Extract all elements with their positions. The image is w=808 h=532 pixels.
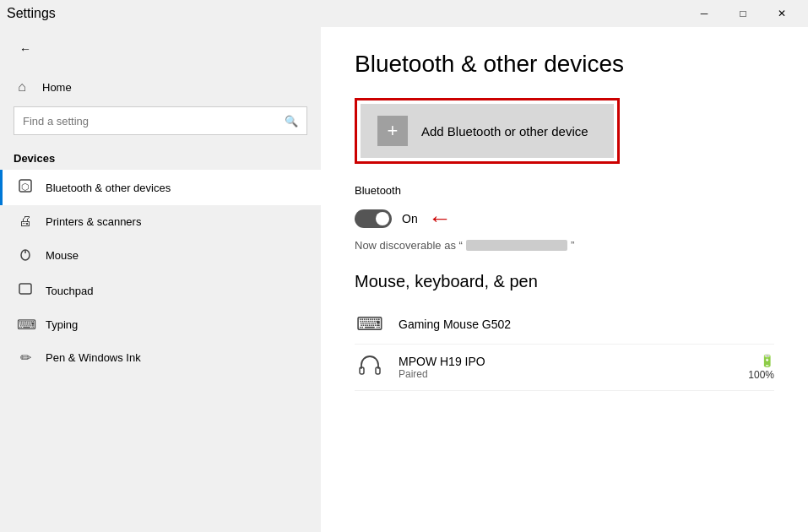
device-name-gaming-mouse: Gaming Mouse G502 bbox=[399, 318, 774, 331]
battery-percentage: 100% bbox=[748, 369, 774, 381]
home-icon bbox=[14, 79, 30, 95]
battery-icon: 🔋 bbox=[760, 354, 774, 367]
sidebar-typing-label: Typing bbox=[46, 318, 78, 331]
sidebar-pen-label: Pen & Windows Ink bbox=[46, 351, 141, 364]
add-device-label: Add Bluetooth or other device bbox=[421, 124, 588, 138]
pen-icon: ✏ bbox=[17, 350, 34, 366]
device-item-gaming-mouse[interactable]: ⌨ Gaming Mouse G502 bbox=[355, 305, 774, 345]
page-title: Bluetooth & other devices bbox=[355, 51, 774, 78]
device-item-mpow[interactable]: MPOW H19 IPO Paired 🔋 100% bbox=[355, 345, 774, 391]
mouse-keyboard-section-heading: Mouse, keyboard, & pen bbox=[355, 272, 774, 291]
titlebar: Settings ─ □ ✕ bbox=[0, 0, 808, 27]
sidebar-nav-top: ← bbox=[0, 27, 321, 71]
discoverable-suffix: ” bbox=[571, 239, 574, 252]
back-button[interactable]: ← bbox=[14, 37, 37, 61]
svg-rect-4 bbox=[19, 284, 31, 294]
close-button[interactable]: ✕ bbox=[762, 0, 801, 27]
discoverable-text: Now discoverable as “ ” bbox=[355, 239, 774, 252]
sidebar-mouse-label: Mouse bbox=[46, 249, 79, 262]
search-input[interactable] bbox=[23, 115, 278, 128]
sidebar-item-mouse[interactable]: Mouse bbox=[0, 237, 321, 273]
search-icon: 🔍 bbox=[285, 115, 298, 128]
sidebar: ← Home 🔍 Devices ⬡ Bluetooth & other dev… bbox=[0, 27, 321, 532]
svg-text:⬡: ⬡ bbox=[21, 182, 30, 192]
device-info-mpow: MPOW H19 IPO Paired bbox=[399, 355, 735, 380]
typing-icon: ⌨ bbox=[17, 317, 34, 333]
bluetooth-section-title: Bluetooth bbox=[355, 184, 774, 197]
arrow-annotation: ← bbox=[428, 205, 452, 232]
device-info-gaming-mouse: Gaming Mouse G502 bbox=[399, 318, 774, 331]
mouse-icon bbox=[17, 246, 34, 264]
add-device-highlight: + Add Bluetooth or other device bbox=[355, 98, 620, 164]
sidebar-item-touchpad[interactable]: Touchpad bbox=[0, 273, 321, 308]
bluetooth-icon: ⬡ bbox=[17, 178, 34, 197]
back-icon: ← bbox=[19, 42, 31, 56]
content-area: Bluetooth & other devices + Add Bluetoot… bbox=[321, 27, 808, 532]
sidebar-section-label: Devices bbox=[0, 145, 321, 170]
discoverable-prefix: Now discoverable as “ bbox=[355, 239, 463, 252]
touchpad-icon bbox=[17, 281, 34, 300]
sidebar-item-bluetooth[interactable]: ⬡ Bluetooth & other devices bbox=[0, 170, 321, 205]
device-name-blurred bbox=[466, 240, 567, 251]
toggle-on-label: On bbox=[402, 212, 418, 225]
toggle-thumb bbox=[376, 212, 389, 225]
device-name-mpow: MPOW H19 IPO bbox=[399, 355, 735, 368]
titlebar-title: Settings bbox=[7, 6, 56, 21]
sidebar-item-pen[interactable]: ✏ Pen & Windows Ink bbox=[0, 341, 321, 374]
titlebar-left: Settings bbox=[7, 6, 56, 21]
sidebar-item-home[interactable]: Home bbox=[0, 71, 321, 103]
plus-icon: + bbox=[377, 116, 408, 146]
sidebar-bluetooth-label: Bluetooth & other devices bbox=[46, 182, 171, 194]
printer-icon: 🖨 bbox=[17, 214, 34, 229]
search-box: 🔍 bbox=[14, 106, 307, 135]
home-label: Home bbox=[42, 81, 72, 94]
device-status-mpow: Paired bbox=[399, 368, 735, 380]
sidebar-item-printers[interactable]: 🖨 Printers & scanners bbox=[0, 205, 321, 237]
headphone-device-icon bbox=[355, 353, 385, 382]
device-battery-mpow: 🔋 100% bbox=[748, 354, 774, 381]
sidebar-touchpad-label: Touchpad bbox=[46, 285, 93, 297]
maximize-button[interactable]: □ bbox=[724, 0, 762, 27]
minimize-button[interactable]: ─ bbox=[685, 0, 724, 27]
sidebar-printers-label: Printers & scanners bbox=[46, 215, 141, 228]
bluetooth-toggle-row: On ← bbox=[355, 205, 774, 232]
sidebar-item-typing[interactable]: ⌨ Typing bbox=[0, 308, 321, 341]
main-layout: ← Home 🔍 Devices ⬡ Bluetooth & other dev… bbox=[0, 27, 808, 532]
keyboard-device-icon: ⌨ bbox=[355, 313, 385, 335]
bluetooth-toggle[interactable] bbox=[355, 209, 392, 228]
add-device-button[interactable]: + Add Bluetooth or other device bbox=[361, 104, 614, 158]
titlebar-controls: ─ □ ✕ bbox=[685, 0, 801, 27]
